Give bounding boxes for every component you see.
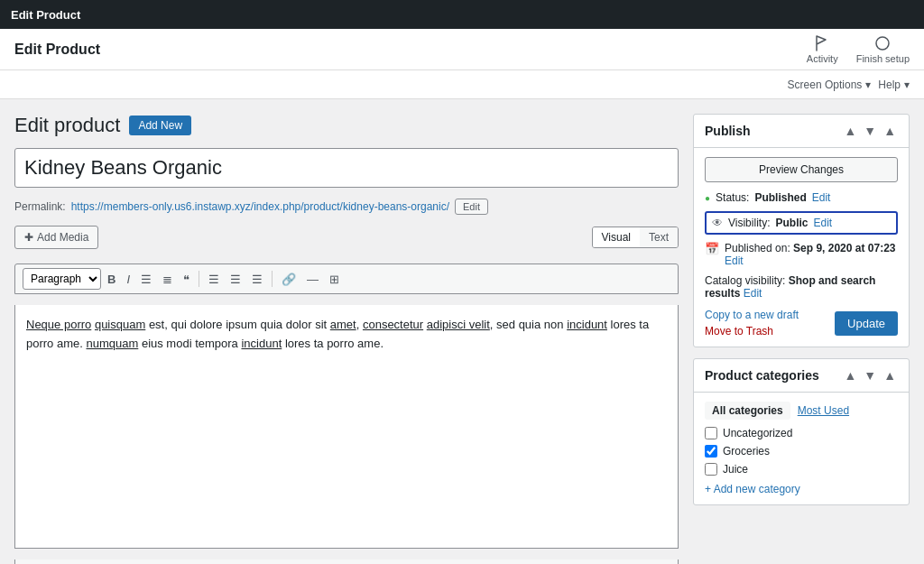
- publish-actions: Copy to a new draft Move to Trash Update: [705, 309, 898, 337]
- quote-button[interactable]: ❝: [179, 270, 194, 289]
- eye-icon: 👁: [712, 217, 723, 229]
- publish-date-row: 📅 Published on: Sep 9, 2020 at 07:23 Edi…: [705, 242, 898, 267]
- status-value: Published: [754, 191, 806, 204]
- categories-header: Product categories ▲ ▼ ▲: [694, 359, 909, 393]
- cat-collapse-up[interactable]: ▲: [842, 366, 858, 384]
- editor-body[interactable]: Neque porro quisquam est, qui dolore ips…: [14, 305, 679, 549]
- uncategorized-checkbox[interactable]: [705, 427, 717, 439]
- help-label: Help: [878, 79, 901, 91]
- catalog-label: Catalog visibility:: [705, 274, 785, 287]
- flag-icon: [814, 35, 830, 51]
- publish-collapse-up[interactable]: ▲: [842, 122, 858, 140]
- left-actions: Copy to a new draft Move to Trash: [705, 309, 799, 337]
- catalog-row: Catalog visibility: Shop and search resu…: [705, 274, 898, 300]
- word-count-bar: Word count: 31 Last edited on September …: [14, 559, 679, 564]
- page-title: Edit product: [14, 114, 120, 137]
- visibility-label: Visibility:: [728, 217, 770, 229]
- toolbar-button[interactable]: ⊞: [325, 270, 344, 289]
- italic-button[interactable]: I: [122, 270, 134, 289]
- juice-label: Juice: [723, 463, 748, 476]
- juice-checkbox[interactable]: [705, 463, 717, 476]
- top-bar: Edit Product: [0, 0, 924, 29]
- admin-bar: Edit Product Activity Finish setup: [0, 29, 924, 70]
- categories-title: Product categories: [705, 368, 819, 383]
- svg-point-0: [876, 37, 889, 50]
- publish-header: Publish ▲ ▼ ▲: [694, 115, 909, 148]
- main-content: Edit product Add New Permalink: https://…: [0, 99, 924, 564]
- link-button[interactable]: 🔗: [277, 270, 300, 289]
- publish-body: Preview Changes ● Status: Published Edit…: [694, 148, 909, 347]
- align-center-button[interactable]: ☰: [226, 270, 245, 289]
- publish-date-content: Published on: Sep 9, 2020 at 07:23 Edit: [725, 242, 896, 267]
- ul-button[interactable]: ☰: [136, 270, 156, 289]
- cat-collapse-down[interactable]: ▼: [862, 366, 878, 384]
- add-media-label: Add Media: [37, 231, 88, 244]
- publish-title: Publish: [705, 124, 751, 138]
- page-title-row: Edit product Add New: [14, 114, 679, 137]
- paragraph-select[interactable]: Paragraph: [23, 268, 101, 290]
- permalink-row: Permalink: https://members-only.us6.inst…: [14, 199, 679, 215]
- publish-toggle[interactable]: ▲: [882, 122, 898, 140]
- finish-setup-label: Finish setup: [856, 53, 910, 64]
- more-button[interactable]: —: [302, 270, 323, 289]
- calendar-icon: 📅: [705, 242, 719, 255]
- bold-button[interactable]: B: [103, 270, 120, 289]
- publish-collapse-down[interactable]: ▼: [862, 122, 878, 140]
- cat-toggle[interactable]: ▲: [882, 366, 898, 384]
- published-on-value: Sep 9, 2020 at 07:23: [793, 242, 895, 254]
- status-edit-link[interactable]: Edit: [812, 191, 831, 204]
- copy-draft-link[interactable]: Copy to a new draft: [705, 309, 799, 321]
- finish-setup-button[interactable]: Finish setup: [856, 35, 910, 64]
- cat-list: Uncategorized Groceries Juice: [705, 427, 898, 476]
- ol-button[interactable]: ≣: [158, 270, 177, 289]
- groceries-checkbox[interactable]: [705, 445, 717, 458]
- groceries-label: Groceries: [723, 445, 770, 458]
- admin-bar-title: Edit Product: [14, 42, 100, 58]
- categories-body: All categories Most Used Uncategorized G…: [694, 393, 909, 504]
- status-row: ● Status: Published Edit: [705, 191, 898, 204]
- list-item: Uncategorized: [705, 427, 898, 439]
- admin-bar-actions: Activity Finish setup: [807, 35, 910, 64]
- visual-text-tabs: Visual Text: [592, 227, 679, 248]
- format-bar: Paragraph B I ☰ ≣ ❝ ☰ ☰ ☰ 🔗 — ⊞: [14, 264, 679, 294]
- add-new-button[interactable]: Add New: [129, 116, 191, 135]
- all-categories-tab[interactable]: All categories: [705, 402, 790, 420]
- status-dot: ●: [705, 193, 710, 203]
- list-item: Groceries: [705, 445, 898, 458]
- editor-toolbar-top: ✚ Add Media Visual Text: [14, 226, 679, 249]
- help-button[interactable]: Help ▾: [878, 79, 910, 91]
- add-media-button[interactable]: ✚ Add Media: [14, 226, 98, 249]
- preview-changes-button[interactable]: Preview Changes: [705, 157, 898, 182]
- published-on-label: Published on:: [725, 242, 790, 254]
- update-button[interactable]: Update: [835, 311, 898, 336]
- trash-link[interactable]: Move to Trash: [705, 325, 799, 337]
- chevron-down-icon-2: ▾: [904, 79, 910, 91]
- add-category-link[interactable]: + Add new category: [705, 483, 898, 495]
- screen-options-button[interactable]: Screen Options ▾: [788, 79, 872, 91]
- published-edit-link[interactable]: Edit: [725, 254, 896, 267]
- format-divider-1: [199, 271, 199, 287]
- text-tab[interactable]: Text: [640, 227, 678, 247]
- cat-tabs: All categories Most Used: [705, 402, 898, 420]
- chevron-down-icon: ▾: [865, 79, 871, 91]
- align-left-button[interactable]: ☰: [204, 270, 224, 289]
- uncategorized-label: Uncategorized: [723, 427, 792, 439]
- publish-box: Publish ▲ ▼ ▲ Preview Changes ● Status: …: [693, 114, 910, 347]
- product-categories-box: Product categories ▲ ▼ ▲ All categories …: [693, 358, 910, 505]
- permalink-label: Permalink:: [14, 200, 66, 213]
- permalink-edit-button[interactable]: Edit: [455, 199, 488, 215]
- align-right-button[interactable]: ☰: [247, 270, 267, 289]
- publish-controls: ▲ ▼ ▲: [842, 122, 898, 140]
- visual-tab[interactable]: Visual: [593, 227, 640, 247]
- format-divider-2: [272, 271, 273, 287]
- permalink-url[interactable]: https://members-only.us6.instawp.xyz/ind…: [71, 200, 449, 213]
- most-used-tab[interactable]: Most Used: [790, 402, 856, 420]
- top-bar-title: Edit Product: [11, 8, 80, 22]
- visibility-row: 👁 Visibility: Public Edit: [705, 211, 898, 235]
- product-title-input[interactable]: [14, 148, 679, 188]
- activity-button[interactable]: Activity: [807, 35, 838, 64]
- catalog-edit-link[interactable]: Edit: [744, 287, 762, 300]
- right-panel: Publish ▲ ▼ ▲ Preview Changes ● Status: …: [693, 114, 910, 564]
- add-media-icon: ✚: [24, 231, 33, 244]
- visibility-edit-link[interactable]: Edit: [813, 217, 832, 229]
